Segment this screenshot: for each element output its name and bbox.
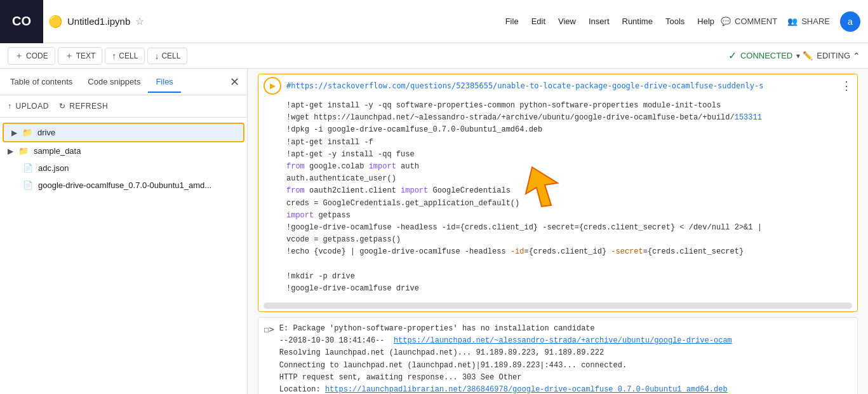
plus-icon: ＋ [15,50,23,62]
main-layout: Table of contents Code snippets Files ✕ … [0,69,868,394]
file-icon: 📄 [23,180,33,190]
toolbar: ＋ CODE ＋ TEXT ↑ CELL ↓ CELL ✓ CONNECTED … [0,43,868,69]
menu-insert[interactable]: Insert [582,14,616,29]
connection-status: ✓ CONNECTED ▾ [728,50,800,62]
menu-edit[interactable]: Edit [525,14,552,29]
add-text-button[interactable]: ＋ TEXT [58,47,103,65]
star-icon[interactable]: ☆ [135,15,144,27]
cell-more-options-icon[interactable]: ⋮ [841,79,852,93]
code-cell-1: ▶ #https://stackoverflow.com/questions/5… [258,74,858,312]
co-logo: CO [0,0,43,43]
file-name-item: adc.json [38,163,69,173]
sidebar-actions: ↑ UPLOAD ↻ REFRESH [0,95,247,118]
menu-runtime[interactable]: Runtime [616,14,659,29]
drive-icon: 🟡 [48,15,62,29]
text-label: TEXT [76,51,96,60]
run-button[interactable]: ▶ [264,77,281,95]
folder-name: sample_data [34,146,81,156]
menu-tools[interactable]: Tools [659,14,691,29]
sidebar: Table of contents Code snippets Files ✕ … [0,69,248,394]
share-icon: 👥 [787,17,798,26]
comment-label: COMMENT [735,17,777,26]
code-cell-2: ☐> E: Package 'python-software-propertie… [258,317,858,394]
connected-chevron-icon[interactable]: ▾ [796,51,800,60]
add-code-button[interactable]: ＋ CODE [8,47,55,65]
comment-button[interactable]: 💬 COMMENT [721,17,777,26]
arrow-down-icon: ↓ [154,51,159,61]
share-label: SHARE [801,17,830,26]
cell-down-label: CELL [161,51,180,60]
text-icon: ＋ [65,50,74,62]
code-label: CODE [26,51,48,60]
tab-code-snippets[interactable]: Code snippets [80,72,148,93]
pencil-icon: ✏️ [803,51,813,60]
list-item[interactable]: ▶ 📁 drive [3,123,244,142]
file-icon: 📄 [23,163,33,173]
editing-status: ✏️ EDITING [803,51,850,60]
menu-view[interactable]: View [552,14,582,29]
arrow-up-icon: ↑ [112,51,116,61]
output-prompt-icon: ☐> [264,324,274,334]
avatar[interactable]: a [840,11,860,32]
top-bar: CO 🟡 Untitled1.ipynb ☆ File Edit View In… [0,0,868,43]
expand-arrow-icon: ▶ [11,128,17,137]
tab-files[interactable]: Files [148,72,180,93]
comment-icon: 💬 [721,17,731,26]
file-name: Untitled1.ipynb [67,16,130,27]
file-tree: ▶ 📁 drive ▶ 📁 sample_data 📄 adc.json 📄 g… [0,118,247,394]
menu-file[interactable]: File [499,14,525,29]
expand-arrow-icon: ▶ [8,147,13,156]
file-info: 🟡 Untitled1.ipynb ☆ [48,15,499,29]
sidebar-tabs: Table of contents Code snippets Files ✕ [0,69,247,95]
share-button[interactable]: 👥 SHARE [787,17,830,26]
cell-scrollbar[interactable] [264,302,852,309]
tab-table-of-contents[interactable]: Table of contents [3,72,80,93]
cell-url: #https://stackoverflow.com/questions/523… [286,81,836,90]
connected-label: CONNECTED [740,51,792,60]
folder-icon: 📁 [18,146,29,156]
folder-icon: 📁 [22,128,32,137]
list-item[interactable]: 📄 google-drive-ocamlfuse_0.7.0-0ubuntu1_… [0,177,247,194]
code-area: ▶ #https://stackoverflow.com/questions/5… [248,69,868,394]
top-right-actions: 💬 COMMENT 👥 SHARE a [721,11,860,32]
menu-bar: File Edit View Insert Runtime Tools Help [499,14,721,29]
collapse-toolbar-icon[interactable]: ⌃ [853,51,860,61]
menu-help[interactable]: Help [691,14,721,29]
editing-label: EDITING [817,51,850,60]
refresh-button[interactable]: ↻ REFRESH [59,102,108,111]
upload-icon: ↑ [8,102,12,111]
file-name-item: google-drive-ocamlfuse_0.7.0-0ubuntu1_am… [38,180,211,190]
check-icon: ✓ [728,50,737,62]
notebook-content: ▶ #https://stackoverflow.com/questions/5… [248,69,868,394]
cell-toolbar: ▶ #https://stackoverflow.com/questions/5… [258,74,857,97]
list-item[interactable]: ▶ 📁 sample_data [0,142,247,160]
move-cell-up-button[interactable]: ↑ CELL [105,48,145,64]
list-item[interactable]: 📄 adc.json [0,160,247,177]
move-cell-down-button[interactable]: ↓ CELL [147,48,187,64]
upload-label: UPLOAD [16,102,49,111]
folder-name: drive [37,128,55,137]
upload-button[interactable]: ↑ UPLOAD [8,102,49,111]
refresh-label: REFRESH [69,102,108,111]
refresh-icon: ↻ [59,102,66,111]
sidebar-close-icon[interactable]: ✕ [225,72,244,92]
cell-up-label: CELL [119,51,138,60]
cell-code[interactable]: !apt-get install -y -qq software-propert… [258,97,857,300]
cell-output: E: Package 'python-software-properties' … [279,323,852,394]
